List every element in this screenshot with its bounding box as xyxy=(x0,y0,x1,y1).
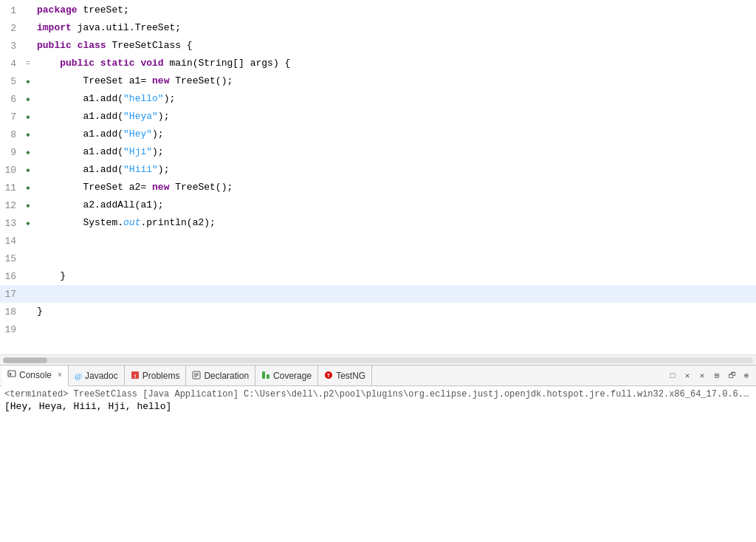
toolbar-btn-6[interactable]: ⊕ xyxy=(740,369,753,383)
code-line-5[interactable]: 5◆ TreeSet a1= new TreeSet(); xyxy=(0,72,756,90)
console-output: [Hey, Heya, Hiii, Hji, hello] xyxy=(4,401,752,412)
code-line-2[interactable]: 2import java.util.TreeSet; xyxy=(0,19,756,37)
tab-declaration[interactable]: Declaration xyxy=(186,366,255,386)
code-line-3[interactable]: 3public class TreeSetClass { xyxy=(0,37,756,55)
tab-coverage[interactable]: Coverage xyxy=(255,366,318,386)
line-content-13: System.out.println(a2); xyxy=(34,214,756,232)
bottom-panel: Console×@Javadoc!ProblemsDeclarationCove… xyxy=(0,365,756,415)
line-marker-13: ◆ xyxy=(22,219,34,227)
tab-label-console: Console xyxy=(19,370,52,380)
line-content-2: import java.util.TreeSet; xyxy=(34,19,756,37)
code-line-8[interactable]: 8◆ a1.add("Hey"); xyxy=(0,126,756,143)
line-number-17: 17 xyxy=(0,289,22,300)
code-line-9[interactable]: 9◆ a1.add("Hji"); xyxy=(0,143,756,161)
line-content-18: } xyxy=(34,303,756,320)
tab-problems[interactable]: !Problems xyxy=(125,366,187,386)
line-number-18: 18 xyxy=(0,306,22,318)
line-marker-7: ◆ xyxy=(22,112,34,121)
line-content-7: a1.add("Heya"); xyxy=(34,108,756,126)
tab-icon-javadoc: @ xyxy=(75,371,82,380)
line-marker-6: ◆ xyxy=(22,95,34,103)
tab-close-console[interactable]: × xyxy=(58,371,62,379)
code-editor[interactable]: 1package treeSet;2import java.util.TreeS… xyxy=(0,0,756,354)
tab-icon-console xyxy=(7,370,16,380)
line-content-8: a1.add("Hey"); xyxy=(34,126,756,143)
code-line-7[interactable]: 7◆ a1.add("Heya"); xyxy=(0,108,756,126)
console-terminated-line: <terminated> TreeSetClass [Java Applicat… xyxy=(4,389,752,399)
line-number-14: 14 xyxy=(0,236,22,247)
code-line-15[interactable]: 15 xyxy=(0,250,756,267)
line-marker-10: ◆ xyxy=(22,165,34,174)
line-marker-4: = xyxy=(22,59,34,68)
line-marker-12: ◆ xyxy=(22,201,34,210)
code-line-16[interactable]: 16 } xyxy=(0,267,756,285)
tab-bar: Console×@Javadoc!ProblemsDeclarationCove… xyxy=(0,366,756,386)
toolbar-btn-3[interactable]: ✕ xyxy=(695,369,709,383)
line-content-6: a1.add("hello"); xyxy=(34,90,756,108)
code-line-1[interactable]: 1package treeSet; xyxy=(0,1,756,19)
tab-label-javadoc: Javadoc xyxy=(85,371,118,381)
toolbar-btn-5[interactable]: 🗗 xyxy=(725,369,738,383)
line-number-13: 13 xyxy=(0,218,22,229)
line-number-16: 16 xyxy=(0,271,22,282)
toolbar-btn-1[interactable]: □ xyxy=(666,369,679,383)
tab-label-problems: Problems xyxy=(142,371,180,381)
line-content-11: TreeSet a2= new TreeSet(); xyxy=(34,179,756,196)
tab-icon-coverage xyxy=(261,371,270,381)
code-line-6[interactable]: 6◆ a1.add("hello"); xyxy=(0,90,756,108)
line-marker-9: ◆ xyxy=(22,148,34,157)
line-content-10: a1.add("Hiii"); xyxy=(34,161,756,179)
scrollbar-track xyxy=(3,357,753,363)
tab-testng[interactable]: TTestNG xyxy=(318,366,372,386)
svg-rect-0 xyxy=(8,371,16,377)
code-line-17[interactable]: 17 xyxy=(0,285,756,303)
console-content: <terminated> TreeSetClass [Java Applicat… xyxy=(0,386,756,415)
line-number-6: 6 xyxy=(0,94,22,105)
line-number-11: 11 xyxy=(0,182,22,193)
line-number-1: 1 xyxy=(0,5,22,16)
line-number-3: 3 xyxy=(0,41,22,52)
line-number-19: 19 xyxy=(0,324,22,335)
svg-text:!: ! xyxy=(134,372,136,379)
tab-javadoc[interactable]: @Javadoc xyxy=(69,366,125,386)
line-content-5: TreeSet a1= new TreeSet(); xyxy=(34,72,756,90)
line-marker-5: ◆ xyxy=(22,77,34,86)
tab-label-coverage: Coverage xyxy=(273,371,312,381)
line-content-9: a1.add("Hji"); xyxy=(34,143,756,161)
code-line-10[interactable]: 10◆ a1.add("Hiii"); xyxy=(0,161,756,179)
code-line-11[interactable]: 11◆ TreeSet a2= new TreeSet(); xyxy=(0,179,756,196)
line-content-1: package treeSet; xyxy=(34,1,756,19)
tab-icon-problems: ! xyxy=(131,371,140,381)
line-number-9: 9 xyxy=(0,147,22,158)
line-number-10: 10 xyxy=(0,165,22,176)
toolbar-btn-4[interactable]: ⊞ xyxy=(710,369,724,383)
code-line-18[interactable]: 18} xyxy=(0,303,756,320)
tab-label-testng: TestNG xyxy=(336,371,365,381)
line-marker-11: ◆ xyxy=(22,183,34,192)
line-number-5: 5 xyxy=(0,76,22,87)
svg-rect-10 xyxy=(267,374,269,379)
line-number-4: 4 xyxy=(0,58,22,69)
line-number-2: 2 xyxy=(0,23,22,34)
tab-console[interactable]: Console× xyxy=(1,366,69,386)
line-content-3: public class TreeSetClass { xyxy=(34,37,756,55)
code-line-14[interactable]: 14 xyxy=(0,232,756,250)
line-number-8: 8 xyxy=(0,129,22,140)
tab-icon-testng: T xyxy=(324,371,333,381)
scrollbar-thumb[interactable] xyxy=(3,357,47,363)
line-content-16: } xyxy=(34,267,756,285)
svg-rect-9 xyxy=(262,371,265,379)
svg-text:T: T xyxy=(327,373,331,378)
tab-label-declaration: Declaration xyxy=(204,371,249,381)
code-line-13[interactable]: 13◆ System.out.println(a2); xyxy=(0,214,756,232)
code-line-19[interactable]: 19 xyxy=(0,320,756,338)
tab-toolbar: □ ✕ ✕ ⊞ 🗗 ⊕ xyxy=(666,369,756,383)
code-line-12[interactable]: 12◆ a2.addAll(a1); xyxy=(0,196,756,214)
code-line-4[interactable]: 4= public static void main(String[] args… xyxy=(0,55,756,72)
line-number-12: 12 xyxy=(0,200,22,211)
line-number-7: 7 xyxy=(0,112,22,123)
line-content-4: public static void main(String[] args) { xyxy=(34,55,756,72)
horizontal-scrollbar[interactable] xyxy=(0,354,756,365)
line-marker-8: ◆ xyxy=(22,130,34,139)
toolbar-btn-2[interactable]: ✕ xyxy=(681,369,694,383)
